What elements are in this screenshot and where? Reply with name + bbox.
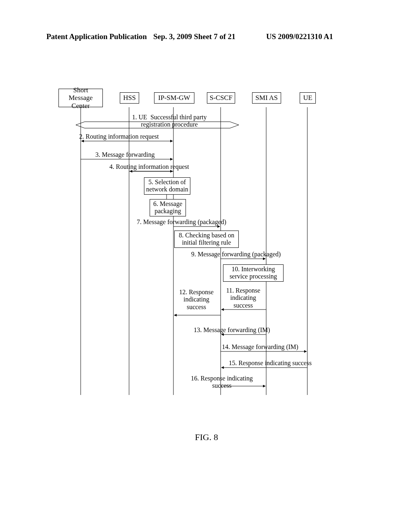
step-3-label: 3. Message forwarding	[85, 151, 165, 158]
figure-caption: FIG. 8	[0, 432, 413, 443]
sequence-diagram-lines	[0, 0, 413, 532]
step-1-label: 1. UE Successful third party registratio…	[121, 114, 218, 129]
step-2-label: 2. Routing information request	[71, 133, 167, 140]
step-10-note: 10. Interworking service processing	[223, 264, 284, 282]
step-7-label: 7. Message forwarding (packaged)	[129, 218, 234, 226]
step-5-note: 5. Selection of network domain	[144, 177, 190, 195]
step-9-label: 9. Message forwarding (packaged)	[177, 251, 294, 258]
lifeline-hss: HSS	[120, 92, 139, 104]
step-15-label: 15. Response indicating success	[210, 360, 331, 367]
lifeline-ipgw: IP-SM-GW	[154, 92, 194, 104]
lifeline-smias: SMI AS	[252, 92, 281, 104]
lifeline-ue: UE	[300, 92, 316, 104]
step-12-label: 12. Response indicating success	[174, 289, 219, 311]
step-4-label: 4. Routing information request	[101, 163, 198, 170]
step-8-note: 8. Checking based on initial filtering r…	[174, 231, 239, 248]
step-11-label: 11. Response indicating success	[221, 287, 265, 309]
step-6-note: 6. Message packaging	[150, 199, 186, 216]
lifeline-scscf: S-CSCF	[207, 92, 235, 104]
step-13-label: 13. Message forwarding (IM)	[186, 326, 278, 334]
page: Patent Application Publication Sep. 3, 2…	[0, 0, 413, 532]
step-16-label: 16. Response indicating success	[177, 375, 266, 390]
step-14-label: 14. Message forwarding (IM)	[210, 343, 311, 351]
lifeline-smc: Short Message Center	[58, 89, 103, 107]
